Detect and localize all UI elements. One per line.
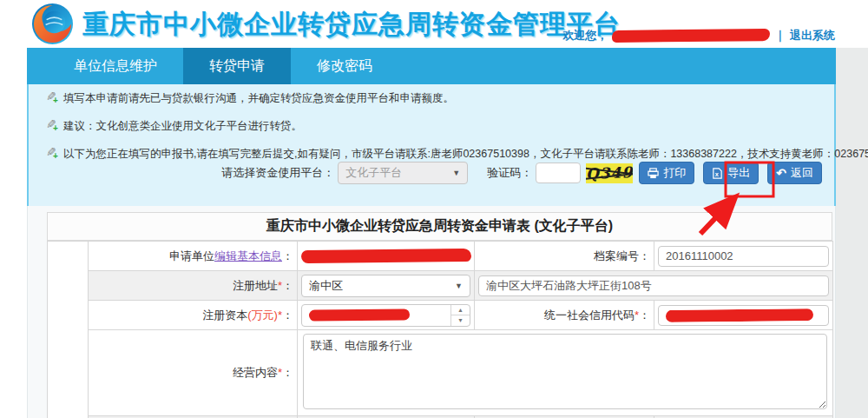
chevron-down-icon: ▼	[455, 282, 463, 290]
return-arrow-icon: ↶	[776, 167, 786, 179]
welcome-bar: 欢迎您， ｜ 退出系统	[562, 28, 835, 43]
platform-select-label: 请选择资金使用平台：	[221, 165, 334, 181]
app-header: 重庆市中小微企业转贷应急周转资金管理平台 欢迎您， ｜ 退出系统	[0, 0, 868, 48]
district-select-cell: 渝中区 ▼	[298, 271, 475, 301]
district-select[interactable]: 渝中区 ▼	[301, 275, 470, 297]
export-button[interactable]: x 导出	[703, 162, 759, 184]
district-select-value: 渝中区	[309, 278, 343, 294]
applicant-label-cell: 申请单位编辑基本信息：	[89, 242, 298, 271]
business-content-textarea[interactable]: 联通、电信服务行业	[303, 334, 827, 409]
print-button-label: 打印	[663, 165, 686, 181]
capital-redaction-scribble	[309, 309, 410, 321]
platform-select-value: 文化子平台	[345, 165, 402, 181]
page-title: 重庆市中小微企业转贷应急周转资金管理平台	[82, 7, 621, 43]
reg-capital-label-cell: 注册资本(万元)*：	[89, 301, 298, 330]
application-form-table: 申请单位编辑基本信息： 档案编号： 注册地址*： 渝中区	[47, 241, 833, 418]
registered-address-input[interactable]	[478, 275, 829, 296]
pencil-icon: ✎ +	[46, 91, 60, 105]
chevron-down-icon: ▼	[452, 169, 460, 177]
back-button[interactable]: ↶ 返回	[767, 162, 822, 184]
registered-capital-input[interactable]: ▲ ▼	[301, 304, 470, 327]
captcha-label: 验证码：	[487, 165, 532, 181]
edit-basic-info-link[interactable]: 编辑基本信息	[214, 249, 282, 262]
archive-label-cell: 档案编号：	[475, 242, 654, 271]
table-row: 注册地址*： 渝中区 ▼	[48, 271, 833, 301]
notice-line: ✎ + 填写本申请前请先已与贷款银行沟通，并确定转贷应急资金使用平台和申请额度。	[46, 91, 454, 106]
tab-change-password[interactable]: 修改密码	[291, 48, 398, 84]
credit-code-input[interactable]	[658, 305, 829, 326]
notice-text: 以下为您正在填写的申报书,请在填写完整后提交,如有疑问，市级平台请联系:唐老师0…	[63, 147, 868, 162]
captcha-image[interactable]: Q349	[586, 163, 633, 183]
credit-code-input-cell	[654, 301, 833, 330]
pencil-icon: ✎ +	[46, 147, 60, 161]
company-name-redaction-scribble	[301, 249, 471, 263]
captcha-input[interactable]	[536, 163, 581, 183]
notice-text: 填写本申请前请先已与贷款银行沟通，并确定转贷应急资金使用平台和申请额度。	[63, 91, 454, 106]
app-logo-icon	[31, 3, 74, 45]
table-row: 注册资本(万元)*： ▲ ▼ 统一社会信用代码*：	[48, 301, 833, 330]
application-form-section: 重庆市中小微企业转贷应急周转资金申请表 (文化子平台) 申请单位编辑基本信息： …	[27, 206, 836, 418]
main-nav: 单位信息维护 转贷申请 修改密码	[27, 48, 836, 84]
tab-loan-application[interactable]: 转贷申请	[183, 48, 291, 84]
notice-text: 建议：文化创意类企业使用文化子平台进行转贷。	[63, 119, 302, 134]
export-button-label: 导出	[727, 165, 750, 181]
captcha-image-text: Q349	[586, 163, 633, 182]
form-title: 重庆市中小微企业转贷应急周转资金申请表 (文化子平台)	[47, 212, 832, 241]
back-button-label: 返回	[791, 165, 813, 181]
table-row: 申请单位编辑基本信息： 档案编号：	[48, 242, 833, 271]
notice-panel: ✎ + 填写本申请前请先已与贷款银行沟通，并确定转贷应急资金使用平台和申请额度。…	[27, 84, 836, 206]
spinner-down-icon[interactable]: ▼	[451, 315, 470, 326]
logout-link[interactable]: 退出系统	[790, 28, 835, 43]
printer-icon	[648, 168, 659, 179]
archive-number-input[interactable]	[658, 246, 829, 267]
username-redaction-scribble	[612, 29, 770, 43]
number-spinner[interactable]: ▲ ▼	[450, 305, 470, 326]
credit-code-redaction-scribble	[666, 309, 813, 322]
notice-line: ✎ + 建议：文化创意类企业使用文化子平台进行转贷。	[46, 119, 302, 134]
excel-file-icon: x	[712, 168, 723, 179]
print-button[interactable]: 打印	[639, 162, 694, 184]
platform-select[interactable]: 文化子平台 ▼	[338, 162, 468, 184]
section-spacer-cell	[48, 242, 89, 418]
welcome-text: 欢迎您，	[562, 28, 608, 43]
business-textarea-cell: 联通、电信服务行业	[298, 330, 833, 416]
credit-code-label-cell: 统一社会信用代码*：	[475, 301, 654, 330]
app-window: 重庆市中小微企业转贷应急周转资金管理平台 欢迎您， ｜ 退出系统 单位信息维护 …	[0, 0, 868, 418]
address-input-cell	[475, 271, 833, 301]
pencil-icon: ✎ +	[46, 119, 60, 133]
archive-value-cell	[654, 242, 833, 271]
applicant-value-cell	[298, 242, 475, 271]
platform-toolbar: 请选择资金使用平台： 文化子平台 ▼ 验证码： Q349 打印	[29, 161, 838, 185]
reg-address-label-cell: 注册地址*：	[89, 271, 298, 301]
notice-line: ✎ + 以下为您正在填写的申报书,请在填写完整后提交,如有疑问，市级平台请联系:…	[46, 147, 868, 162]
svg-text:x: x	[715, 170, 720, 178]
table-row: 经营内容*： 联通、电信服务行业	[48, 330, 833, 416]
tab-unit-info[interactable]: 单位信息维护	[48, 48, 183, 84]
separator: ｜	[774, 28, 786, 43]
right-gutter	[836, 48, 868, 418]
capital-input-cell: ▲ ▼	[298, 301, 475, 330]
business-label-cell: 经营内容*：	[89, 330, 298, 416]
spinner-up-icon[interactable]: ▲	[451, 305, 470, 315]
